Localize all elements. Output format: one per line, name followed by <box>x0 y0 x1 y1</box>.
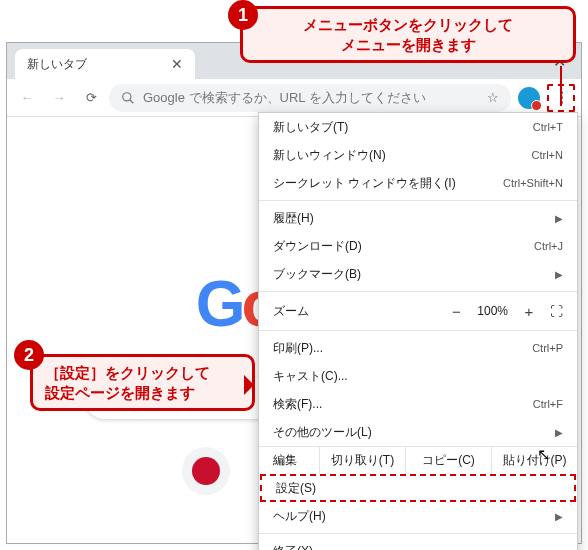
annotation-line <box>560 66 562 106</box>
menu-separator <box>259 200 577 201</box>
badge-1: 1 <box>228 0 258 30</box>
menu-more-tools[interactable]: その他のツール(L)▶ <box>259 418 577 446</box>
chevron-right-icon: ▶ <box>555 427 563 438</box>
menu-new-window[interactable]: 新しいウィンドウ(N)Ctrl+N <box>259 141 577 169</box>
extension-button[interactable] <box>515 84 543 112</box>
menu-downloads[interactable]: ダウンロード(D)Ctrl+J <box>259 232 577 260</box>
tab-title: 新しいタブ <box>27 56 87 73</box>
svg-point-0 <box>123 92 131 100</box>
bookmark-star-icon[interactable]: ☆ <box>487 90 499 105</box>
menu-separator <box>259 291 577 292</box>
menu-exit[interactable]: 終了(X) <box>259 537 577 550</box>
chevron-right-icon: ▶ <box>555 269 563 280</box>
menu-copy[interactable]: コピー(C) <box>405 447 491 474</box>
zoom-value: 100% <box>477 304 508 318</box>
menu-paste[interactable]: 貼り付け(P) <box>491 447 577 474</box>
callout-1: メニューボタンをクリックして メニューを開きます <box>240 6 576 63</box>
zoom-label: ズーム <box>273 303 309 320</box>
svg-line-1 <box>130 99 134 103</box>
omnibox-placeholder: Google で検索するか、URL を入力してください <box>143 89 426 107</box>
badge-2: 2 <box>14 340 44 370</box>
chevron-right-icon: ▶ <box>555 511 563 522</box>
shortcut-icon <box>192 457 220 485</box>
mouse-cursor-icon: ↖ <box>537 445 550 464</box>
menu-settings[interactable]: 設定(S) <box>260 474 576 502</box>
close-icon[interactable]: ✕ <box>171 56 183 72</box>
menu-find[interactable]: 検索(F)...Ctrl+F <box>259 390 577 418</box>
zoom-out-button[interactable]: − <box>445 303 467 320</box>
menu-bookmarks[interactable]: ブックマーク(B)▶ <box>259 260 577 288</box>
tab-new-tab[interactable]: 新しいタブ ✕ <box>15 49 195 79</box>
shortcut-tile[interactable] <box>182 447 230 495</box>
menu-incognito[interactable]: シークレット ウィンドウを開く(I)Ctrl+Shift+N <box>259 169 577 197</box>
zoom-in-button[interactable]: + <box>518 303 540 320</box>
menu-new-tab[interactable]: 新しいタブ(T)Ctrl+T <box>259 113 577 141</box>
chevron-right-icon: ▶ <box>555 213 563 224</box>
fullscreen-button[interactable]: ⛶ <box>550 304 563 319</box>
menu-edit-row: 編集 切り取り(T) コピー(C) 貼り付け(P) <box>259 446 577 474</box>
menu-separator <box>259 533 577 534</box>
back-button[interactable]: ← <box>13 84 41 112</box>
forward-button[interactable]: → <box>45 84 73 112</box>
edit-label: 編集 <box>259 447 319 474</box>
menu-help[interactable]: ヘルプ(H)▶ <box>259 502 577 530</box>
menu-print[interactable]: 印刷(P)...Ctrl+P <box>259 334 577 362</box>
search-icon <box>121 91 135 105</box>
main-menu-dropdown: 新しいタブ(T)Ctrl+T 新しいウィンドウ(N)Ctrl+N シークレット … <box>258 112 578 550</box>
menu-cast[interactable]: キャスト(C)... <box>259 362 577 390</box>
reload-button[interactable]: ⟳ <box>77 84 105 112</box>
callout-2: ［設定］をクリックして 設定ページを開きます <box>30 354 255 411</box>
menu-history[interactable]: 履歴(H)▶ <box>259 204 577 232</box>
menu-zoom-row: ズーム − 100% + ⛶ <box>259 295 577 327</box>
menu-separator <box>259 330 577 331</box>
address-bar[interactable]: Google で検索するか、URL を入力してください ☆ <box>109 84 511 112</box>
menu-cut[interactable]: 切り取り(T) <box>319 447 405 474</box>
